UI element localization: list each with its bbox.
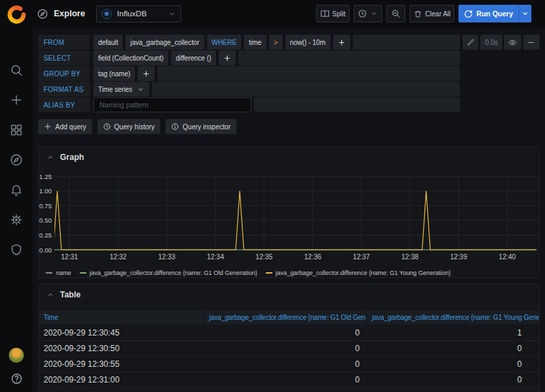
table-body: 2020-09-29 12:30:45012020-09-29 12:30:50… xyxy=(39,325,539,388)
svg-text:1.25: 1.25 xyxy=(40,173,52,180)
svg-text:12:37: 12:37 xyxy=(353,253,370,261)
query-row-label-select: SELECT xyxy=(38,50,90,65)
query-row-from: FROMdefaultjava_garbage_collectorWHEREti… xyxy=(38,35,460,50)
query-row-filler xyxy=(152,82,460,97)
svg-text:12:38: 12:38 xyxy=(401,253,418,261)
run-query-main[interactable]: Run Query xyxy=(458,5,518,22)
table-panel-header[interactable]: Table xyxy=(39,284,539,305)
table-column-header[interactable]: java_garbage_collector.difference {name:… xyxy=(204,310,366,325)
edit-query-button[interactable] xyxy=(463,35,478,50)
legend-item[interactable]: java_garbage_collector.difference {name:… xyxy=(80,270,258,276)
add-segment-button[interactable] xyxy=(333,35,350,50)
legend-series-dash xyxy=(46,272,52,274)
angle-up-icon xyxy=(46,153,54,161)
trash-icon xyxy=(414,10,422,18)
legend-series-dash xyxy=(80,272,87,274)
segment[interactable]: difference () xyxy=(171,50,216,65)
sidebar-item-dashboards[interactable] xyxy=(0,115,33,145)
segment[interactable]: java_garbage_collector xyxy=(125,35,204,50)
table-column-header[interactable]: Time xyxy=(39,310,203,325)
angle-up-icon xyxy=(46,291,54,299)
legend-series-dash xyxy=(266,272,272,274)
chevron-down-icon xyxy=(137,86,144,93)
cell-value: 0 xyxy=(203,375,364,385)
chevron-down-icon xyxy=(521,10,529,18)
legend-item[interactable]: java_garbage_collector.difference {name:… xyxy=(266,270,451,276)
segment-text: default xyxy=(98,39,118,46)
query-row-label-from: FROM xyxy=(38,35,90,50)
segment[interactable]: tag (name) xyxy=(93,66,135,81)
table-panel-title: Table xyxy=(60,290,80,299)
svg-text:12:34: 12:34 xyxy=(207,253,224,261)
cell-time: 2020-09-29 12:30:50 xyxy=(39,344,203,353)
segment-keyword[interactable]: WHERE xyxy=(207,35,242,50)
add-query-button[interactable]: Add query xyxy=(38,119,92,134)
chevron-down-icon xyxy=(168,10,176,18)
cell-value: 0 xyxy=(364,359,539,369)
run-query-dropdown[interactable] xyxy=(518,5,531,22)
page-title: Explore xyxy=(54,9,85,18)
hide-query-button[interactable] xyxy=(504,35,520,50)
table-column-header[interactable]: java_garbage_collector.difference {name:… xyxy=(367,310,539,325)
segment[interactable]: now() - 10m xyxy=(285,35,330,50)
graph-panel-header[interactable]: Graph xyxy=(39,147,539,167)
clear-all-label: Clear All xyxy=(425,10,450,18)
bell-icon xyxy=(10,183,23,197)
run-query-label: Run Query xyxy=(476,10,513,18)
segment[interactable]: Time series xyxy=(93,82,149,97)
add-segment-button[interactable] xyxy=(219,50,236,65)
segment[interactable]: field (CollectionCount) xyxy=(93,50,168,65)
chart-legend: namejava_garbage_collector.difference {n… xyxy=(39,265,539,280)
button-label: Query history xyxy=(114,123,155,131)
cell-value: 0 xyxy=(203,359,364,369)
time-series-chart[interactable]: 1.251.000.750.500.250.0012:3112:3212:331… xyxy=(39,167,539,263)
segment-text: WHERE xyxy=(212,39,237,46)
sidebar-item-create[interactable] xyxy=(0,85,33,115)
query-inspector-button[interactable]: Query inspector xyxy=(166,119,236,134)
query-row-alias-by: ALIAS BY xyxy=(38,97,460,112)
compass-icon xyxy=(37,8,48,20)
minus-icon xyxy=(527,38,535,47)
query-history-button[interactable]: Query history xyxy=(97,119,160,134)
segment[interactable]: time xyxy=(244,35,266,50)
sidebar-item-configuration[interactable] xyxy=(0,205,33,235)
svg-text:12:36: 12:36 xyxy=(304,253,321,261)
segment-text: > xyxy=(274,39,278,46)
table-panel: Table Timejava_garbage_collector.differe… xyxy=(38,284,540,392)
segment[interactable]: default xyxy=(93,35,123,50)
cell-value: 0 xyxy=(364,375,539,385)
add-segment-button[interactable] xyxy=(138,66,155,81)
help-icon[interactable] xyxy=(10,372,23,385)
svg-text:0.50: 0.50 xyxy=(40,216,52,224)
query-row-select: SELECTfield (CollectionCount)difference … xyxy=(38,50,460,65)
remove-query-button[interactable] xyxy=(523,35,540,50)
query-row-label-group-by: GROUP BY xyxy=(38,66,90,81)
datasource-picker[interactable]: InfluxDB xyxy=(96,5,181,22)
query-row-tools: 0.0s xyxy=(463,35,540,50)
main: Explore InfluxDB Split xyxy=(33,0,545,392)
avatar[interactable] xyxy=(9,348,24,363)
zoom-out-button[interactable] xyxy=(386,5,405,22)
sidebar-item-alerting[interactable] xyxy=(0,175,33,205)
svg-text:12:33: 12:33 xyxy=(158,253,175,261)
grafana-logo[interactable] xyxy=(7,5,26,24)
query-duration: 0.0s xyxy=(480,35,502,50)
alias-input[interactable] xyxy=(93,97,251,112)
datasource-name: InfluxDB xyxy=(117,10,146,18)
split-button[interactable]: Split xyxy=(316,5,349,22)
segment-operator[interactable]: > xyxy=(269,35,283,50)
chevron-down-icon xyxy=(370,10,378,18)
table-row: 2020-09-29 12:31:0000 xyxy=(39,372,539,388)
legend-item[interactable]: name xyxy=(46,270,72,276)
time-range-button[interactable] xyxy=(354,5,382,22)
sidebar-item-server-admin[interactable] xyxy=(0,235,33,265)
sidebar-bottom xyxy=(9,348,24,385)
segment-text: field (CollectionCount) xyxy=(98,54,164,62)
cell-time: 2020-09-29 12:30:45 xyxy=(39,328,203,338)
sidebar-item-search[interactable] xyxy=(0,55,33,85)
sidebar-item-explore[interactable] xyxy=(0,145,33,175)
clear-all-button[interactable]: Clear All xyxy=(409,5,454,22)
svg-text:12:39: 12:39 xyxy=(450,253,467,261)
svg-text:0.75: 0.75 xyxy=(40,202,52,210)
split-label: Split xyxy=(332,10,345,18)
